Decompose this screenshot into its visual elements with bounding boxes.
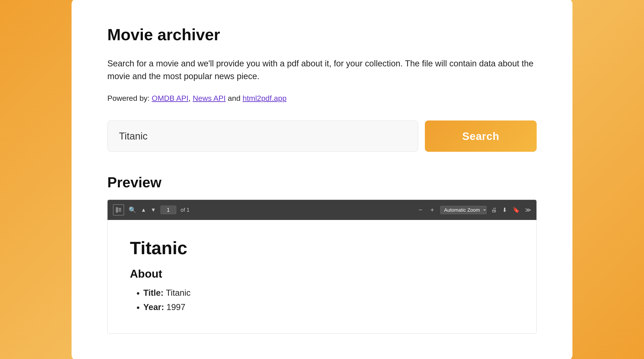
list-item-label: Year: [143, 302, 166, 312]
pdf-zoom-out-button[interactable]: − [417, 206, 424, 214]
omdb-api-link[interactable]: OMDB API [152, 94, 188, 102]
app-title: Movie archiver [107, 26, 537, 44]
svg-rect-0 [116, 207, 118, 212]
pdf-content: Titanic About Title: Titanic Year: 1997 [108, 220, 536, 333]
pdf-viewer: 🔍 ▲ ▼ of 1 − + Automatic Zoom 50% 75% 10… [107, 200, 537, 333]
pdf-page-total: of 1 [181, 207, 190, 213]
list-item: Title: Titanic [143, 287, 514, 299]
html2pdf-link[interactable]: html2pdf.app [242, 94, 287, 102]
list-item-value: Titanic [166, 288, 191, 298]
pdf-print-icon[interactable]: 🖨 [491, 206, 497, 214]
pdf-prev-page-button[interactable]: ▲ [141, 207, 146, 213]
pdf-search-icon[interactable]: 🔍 [128, 206, 136, 214]
pdf-about-section: About [130, 267, 514, 280]
main-card: Movie archiver Search for a movie and we… [72, 0, 572, 359]
pdf-zoom-select[interactable]: Automatic Zoom 50% 75% 100% 125% 150% [440, 206, 486, 214]
pdf-more-icon[interactable]: ≫ [525, 206, 531, 214]
search-row: Search [107, 120, 537, 152]
pdf-right-icons: 🖨 ⬇ 🔖 ≫ [491, 206, 531, 214]
search-input[interactable] [107, 120, 418, 152]
app-description: Search for a movie and we'll provide you… [107, 57, 537, 83]
news-api-link[interactable]: News API [193, 94, 226, 102]
list-item: Year: 1997 [143, 301, 514, 313]
pdf-download-icon[interactable]: ⬇ [502, 206, 507, 214]
list-item-value: 1997 [166, 302, 186, 312]
pdf-movie-title: Titanic [130, 238, 514, 258]
pdf-page-number-input[interactable] [160, 206, 176, 214]
pdf-next-page-button[interactable]: ▼ [151, 207, 156, 213]
pdf-toolbar: 🔍 ▲ ▼ of 1 − + Automatic Zoom 50% 75% 10… [108, 200, 536, 220]
svg-rect-1 [118, 208, 121, 209]
pdf-sidebar-toggle-button[interactable] [113, 204, 124, 216]
svg-rect-2 [118, 210, 121, 210]
svg-rect-3 [118, 211, 121, 212]
powered-by-prefix: Powered by: [107, 94, 152, 102]
powered-by-and: and [228, 94, 242, 102]
list-item-label: Title: [143, 288, 166, 298]
powered-by: Powered by: OMDB API, News API and html2… [107, 94, 537, 102]
preview-section-title: Preview [107, 174, 537, 191]
pdf-bookmark-icon[interactable]: 🔖 [512, 206, 520, 214]
pdf-zoom-in-button[interactable]: + [429, 206, 436, 214]
search-button[interactable]: Search [425, 120, 537, 152]
pdf-movie-details-list: Title: Titanic Year: 1997 [130, 287, 514, 313]
